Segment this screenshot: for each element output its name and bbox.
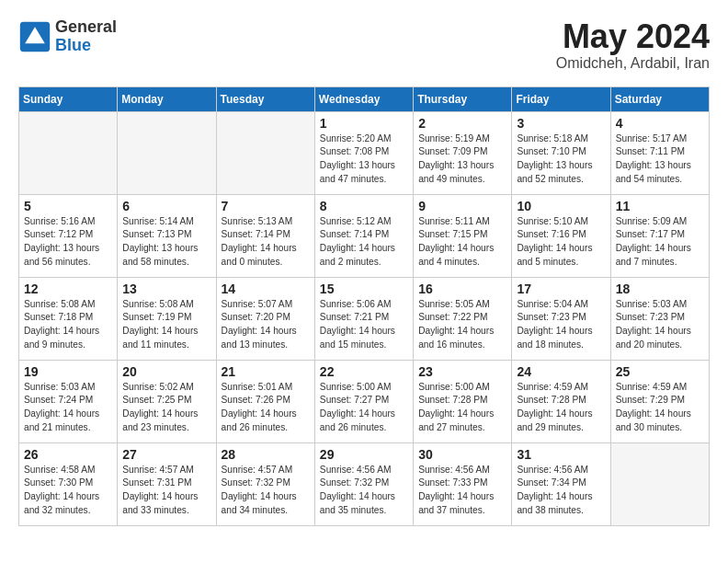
weekday-header: Wednesday xyxy=(314,86,413,111)
day-info: Sunrise: 5:05 AM Sunset: 7:22 PM Dayligh… xyxy=(418,298,506,352)
day-number: 1 xyxy=(320,116,408,131)
calendar-cell: 23Sunrise: 5:00 AM Sunset: 7:28 PM Dayli… xyxy=(414,360,512,442)
calendar-week-row: 26Sunrise: 4:58 AM Sunset: 7:30 PM Dayli… xyxy=(19,442,710,525)
day-number: 31 xyxy=(517,447,605,462)
day-number: 23 xyxy=(418,364,506,379)
calendar-cell: 20Sunrise: 5:02 AM Sunset: 7:25 PM Dayli… xyxy=(118,360,216,442)
day-info: Sunrise: 5:06 AM Sunset: 7:21 PM Dayligh… xyxy=(320,298,408,352)
day-info: Sunrise: 5:11 AM Sunset: 7:15 PM Dayligh… xyxy=(418,215,506,270)
day-info: Sunrise: 5:03 AM Sunset: 7:23 PM Dayligh… xyxy=(616,298,704,352)
day-number: 18 xyxy=(616,282,704,296)
calendar-cell: 17Sunrise: 5:04 AM Sunset: 7:23 PM Dayli… xyxy=(512,277,610,360)
day-info: Sunrise: 4:59 AM Sunset: 7:28 PM Dayligh… xyxy=(517,381,605,435)
weekday-header-row: SundayMondayTuesdayWednesdayThursdayFrid… xyxy=(19,86,710,111)
day-info: Sunrise: 5:00 AM Sunset: 7:27 PM Dayligh… xyxy=(320,381,408,435)
day-info: Sunrise: 5:07 AM Sunset: 7:20 PM Dayligh… xyxy=(222,298,310,352)
calendar-cell: 26Sunrise: 4:58 AM Sunset: 7:30 PM Dayli… xyxy=(19,442,118,525)
day-number: 29 xyxy=(320,447,408,462)
calendar-cell: 11Sunrise: 5:09 AM Sunset: 7:17 PM Dayli… xyxy=(610,194,709,277)
day-info: Sunrise: 5:19 AM Sunset: 7:09 PM Dayligh… xyxy=(418,132,506,187)
title-block: May 2024 Omidcheh, Ardabil, Iran xyxy=(556,18,710,72)
day-number: 7 xyxy=(222,199,310,213)
day-info: Sunrise: 4:56 AM Sunset: 7:32 PM Dayligh… xyxy=(320,464,408,518)
day-number: 20 xyxy=(122,364,210,379)
calendar-table: SundayMondayTuesdayWednesdayThursdayFrid… xyxy=(18,86,710,526)
day-info: Sunrise: 4:57 AM Sunset: 7:32 PM Dayligh… xyxy=(222,464,310,518)
day-info: Sunrise: 4:56 AM Sunset: 7:34 PM Dayligh… xyxy=(517,464,605,518)
calendar-cell: 2Sunrise: 5:19 AM Sunset: 7:09 PM Daylig… xyxy=(414,111,512,194)
calendar-cell: 24Sunrise: 4:59 AM Sunset: 7:28 PM Dayli… xyxy=(512,360,610,442)
day-info: Sunrise: 5:02 AM Sunset: 7:25 PM Dayligh… xyxy=(122,381,210,435)
logo-icon xyxy=(18,20,51,53)
day-info: Sunrise: 5:08 AM Sunset: 7:18 PM Dayligh… xyxy=(24,298,112,352)
calendar-week-row: 12Sunrise: 5:08 AM Sunset: 7:18 PM Dayli… xyxy=(19,277,710,360)
logo-blue-text: Blue xyxy=(55,37,117,55)
day-number: 16 xyxy=(418,282,506,296)
day-info: Sunrise: 5:12 AM Sunset: 7:14 PM Dayligh… xyxy=(320,215,408,270)
calendar-cell: 18Sunrise: 5:03 AM Sunset: 7:23 PM Dayli… xyxy=(610,277,709,360)
weekday-header: Friday xyxy=(512,86,610,111)
weekday-header: Thursday xyxy=(414,86,512,111)
calendar-cell: 16Sunrise: 5:05 AM Sunset: 7:22 PM Dayli… xyxy=(414,277,512,360)
calendar-cell: 7Sunrise: 5:13 AM Sunset: 7:14 PM Daylig… xyxy=(216,194,314,277)
day-info: Sunrise: 5:09 AM Sunset: 7:17 PM Dayligh… xyxy=(616,215,704,270)
logo: General Blue xyxy=(18,18,117,55)
day-number: 15 xyxy=(320,282,408,296)
calendar-cell: 9Sunrise: 5:11 AM Sunset: 7:15 PM Daylig… xyxy=(414,194,512,277)
calendar-cell: 14Sunrise: 5:07 AM Sunset: 7:20 PM Dayli… xyxy=(216,277,314,360)
day-info: Sunrise: 5:00 AM Sunset: 7:28 PM Dayligh… xyxy=(418,381,506,435)
calendar-cell: 12Sunrise: 5:08 AM Sunset: 7:18 PM Dayli… xyxy=(19,277,118,360)
calendar-cell: 10Sunrise: 5:10 AM Sunset: 7:16 PM Dayli… xyxy=(512,194,610,277)
weekday-header: Tuesday xyxy=(216,86,314,111)
calendar-cell: 25Sunrise: 4:59 AM Sunset: 7:29 PM Dayli… xyxy=(610,360,709,442)
weekday-header: Saturday xyxy=(610,86,709,111)
calendar-cell: 31Sunrise: 4:56 AM Sunset: 7:34 PM Dayli… xyxy=(512,442,610,525)
calendar-cell xyxy=(118,111,216,194)
day-info: Sunrise: 5:10 AM Sunset: 7:16 PM Dayligh… xyxy=(517,215,605,270)
calendar-cell: 29Sunrise: 4:56 AM Sunset: 7:32 PM Dayli… xyxy=(314,442,413,525)
calendar-cell: 8Sunrise: 5:12 AM Sunset: 7:14 PM Daylig… xyxy=(314,194,413,277)
calendar-cell: 6Sunrise: 5:14 AM Sunset: 7:13 PM Daylig… xyxy=(118,194,216,277)
day-number: 14 xyxy=(222,282,310,296)
day-number: 11 xyxy=(616,199,704,213)
calendar-cell: 21Sunrise: 5:01 AM Sunset: 7:26 PM Dayli… xyxy=(216,360,314,442)
day-info: Sunrise: 4:56 AM Sunset: 7:33 PM Dayligh… xyxy=(418,464,506,518)
calendar-week-row: 19Sunrise: 5:03 AM Sunset: 7:24 PM Dayli… xyxy=(19,360,710,442)
day-number: 4 xyxy=(616,116,704,131)
day-number: 27 xyxy=(122,447,210,462)
month-title: May 2024 xyxy=(556,18,710,55)
calendar-cell: 30Sunrise: 4:56 AM Sunset: 7:33 PM Dayli… xyxy=(414,442,512,525)
day-number: 2 xyxy=(418,116,506,131)
calendar-cell: 28Sunrise: 4:57 AM Sunset: 7:32 PM Dayli… xyxy=(216,442,314,525)
location-title: Omidcheh, Ardabil, Iran xyxy=(556,55,710,72)
calendar-cell: 22Sunrise: 5:00 AM Sunset: 7:27 PM Dayli… xyxy=(314,360,413,442)
day-info: Sunrise: 5:03 AM Sunset: 7:24 PM Dayligh… xyxy=(24,381,112,435)
day-number: 13 xyxy=(122,282,210,296)
calendar-cell: 27Sunrise: 4:57 AM Sunset: 7:31 PM Dayli… xyxy=(118,442,216,525)
logo-general-text: General xyxy=(55,18,117,37)
weekday-header: Sunday xyxy=(19,86,118,111)
day-number: 6 xyxy=(122,199,210,213)
day-number: 10 xyxy=(517,199,605,213)
calendar-cell: 15Sunrise: 5:06 AM Sunset: 7:21 PM Dayli… xyxy=(314,277,413,360)
day-number: 8 xyxy=(320,199,408,213)
calendar-cell xyxy=(216,111,314,194)
calendar-cell: 5Sunrise: 5:16 AM Sunset: 7:12 PM Daylig… xyxy=(19,194,118,277)
day-number: 28 xyxy=(222,447,310,462)
calendar-cell: 4Sunrise: 5:17 AM Sunset: 7:11 PM Daylig… xyxy=(610,111,709,194)
calendar-week-row: 1Sunrise: 5:20 AM Sunset: 7:08 PM Daylig… xyxy=(19,111,710,194)
day-info: Sunrise: 5:08 AM Sunset: 7:19 PM Dayligh… xyxy=(122,298,210,352)
day-info: Sunrise: 5:13 AM Sunset: 7:14 PM Dayligh… xyxy=(222,215,310,270)
day-number: 30 xyxy=(418,447,506,462)
calendar-cell: 19Sunrise: 5:03 AM Sunset: 7:24 PM Dayli… xyxy=(19,360,118,442)
day-info: Sunrise: 5:18 AM Sunset: 7:10 PM Dayligh… xyxy=(517,132,605,187)
day-info: Sunrise: 4:58 AM Sunset: 7:30 PM Dayligh… xyxy=(24,464,112,518)
day-number: 3 xyxy=(517,116,605,131)
calendar-cell xyxy=(610,442,709,525)
day-info: Sunrise: 5:14 AM Sunset: 7:13 PM Dayligh… xyxy=(122,215,210,270)
calendar-cell: 13Sunrise: 5:08 AM Sunset: 7:19 PM Dayli… xyxy=(118,277,216,360)
day-number: 24 xyxy=(517,364,605,379)
day-number: 12 xyxy=(24,282,112,296)
day-number: 22 xyxy=(320,364,408,379)
day-number: 5 xyxy=(24,199,112,213)
